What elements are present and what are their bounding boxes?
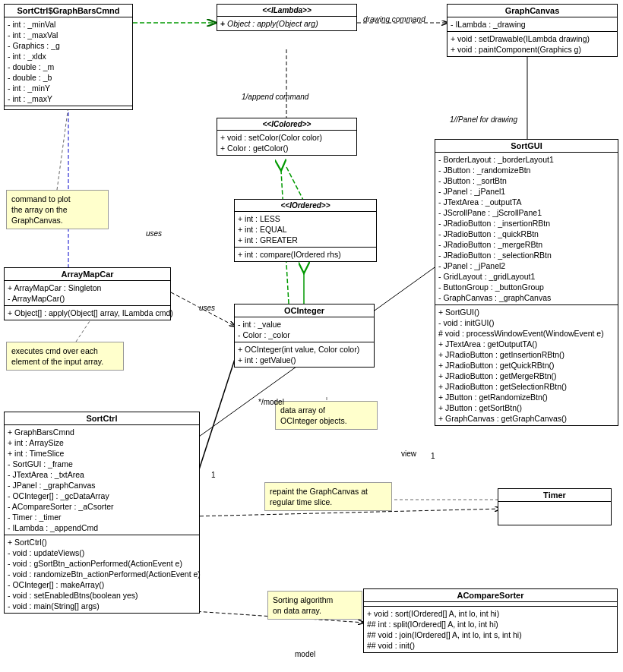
i-colored-box: <<IColored>> + void : setColor(Color col… xyxy=(217,118,357,156)
sort-gui-fields: - BorderLayout : _borderLayout1 - JButto… xyxy=(435,153,618,305)
sort-ctrl-graph-bars-cmd-fields: - int : _minVal - int : _maxVal - Graphi… xyxy=(5,17,132,106)
i-lambda-stereotype: <<ILambda>> xyxy=(217,5,356,17)
oc-integer-fields: - int : _value - Color : _color xyxy=(235,317,374,342)
i-lambda-methods: + Object : apply(Object arg) xyxy=(217,17,356,30)
sort-ctrl-graph-bars-cmd-methods xyxy=(5,106,132,109)
sort-ctrl-methods: + SortCtrl() - void : updateViews() - vo… xyxy=(5,535,199,613)
sort-ctrl-graph-bars-cmd-title: SortCtrl$GraphBarsCmnd xyxy=(5,5,132,17)
a-compare-sorter-methods: + void : sort(IOrdered[] A, int lo, int … xyxy=(364,607,617,652)
sort-gui-box: SortGUI - BorderLayout : _borderLayout1 … xyxy=(435,139,618,426)
sort-ctrl-fields: + GraphBarsCmnd + int : ArraySize + int … xyxy=(5,425,199,535)
drawing-command-label: drawing command xyxy=(363,15,425,24)
timer-title: Timer xyxy=(498,489,611,502)
oc-integer-box: OCInteger - int : _value - Color : _colo… xyxy=(234,304,375,368)
sort-gui-methods: + SortGUI() - void : initGUI() # void : … xyxy=(435,305,618,425)
i-lambda-box: <<ILambda>> + Object : apply(Object arg) xyxy=(217,4,357,31)
uses-label-1: uses xyxy=(146,229,162,238)
a-compare-sorter-title: ACompareSorter xyxy=(364,589,617,602)
view-label: view xyxy=(401,450,416,458)
note-executes-cmd: executes cmd over each element of the in… xyxy=(6,342,124,371)
note-command-to-plot: command to plot the array on the GraphCa… xyxy=(6,190,109,229)
model-label-2: model xyxy=(295,650,315,658)
multiplicity-1a: 1 xyxy=(211,471,216,479)
sort-gui-title: SortGUI xyxy=(435,140,618,153)
graph-canvas-box: GraphCanvas - ILambda : _drawing + void … xyxy=(447,4,618,57)
sort-ctrl-box: SortCtrl + GraphBarsCmnd + int : ArraySi… xyxy=(4,412,200,614)
i-colored-stereotype: <<IColored>> xyxy=(217,118,356,131)
graph-canvas-fields: - ILambda : _drawing xyxy=(447,17,617,32)
oc-integer-title: OCInteger xyxy=(235,304,374,317)
timer-box: Timer xyxy=(498,488,612,525)
append-command-label: 1/append command xyxy=(242,93,308,101)
i-ordered-box: <<IOrdered>> + int : LESS + int : EQUAL … xyxy=(234,199,377,262)
array-map-car-box: ArrayMapCar + ArrayMapCar : Singleton - … xyxy=(4,267,171,320)
note-data-array: data array of OCInteger objects. xyxy=(275,401,378,430)
graph-canvas-title: GraphCanvas xyxy=(447,5,617,17)
diagram-container: SortCtrl$GraphBarsCmnd - int : _minVal -… xyxy=(0,0,623,672)
i-colored-methods: + void : setColor(Color color) + Color :… xyxy=(217,131,356,155)
note-sorting-algorithm: Sorting algorithm on data array. xyxy=(267,591,362,620)
graph-canvas-methods: + void : setDrawable(ILambda drawing) + … xyxy=(447,32,617,56)
oc-integer-methods: + OCInteger(int value, Color color) + in… xyxy=(235,342,374,367)
array-map-car-title: ArrayMapCar xyxy=(5,268,170,281)
sort-ctrl-title: SortCtrl xyxy=(5,412,199,425)
i-ordered-fields: + int : LESS + int : EQUAL + int : GREAT… xyxy=(235,212,376,248)
uses-label-2: uses xyxy=(199,304,215,312)
svg-line-13 xyxy=(194,357,236,486)
note-repaint: repaint the GraphCanvas at regular time … xyxy=(264,482,392,511)
i-ordered-stereotype: <<IOrdered>> xyxy=(235,200,376,212)
panel-for-drawing-label: 1//Panel for drawing xyxy=(450,115,517,124)
i-ordered-methods: + int : compare(IOrdered rhs) xyxy=(235,248,376,261)
a-compare-sorter-box: ACompareSorter + void : sort(IOrdered[] … xyxy=(363,588,618,653)
timer-fields xyxy=(498,502,611,525)
svg-line-6 xyxy=(286,167,304,201)
model-label-1: */model xyxy=(258,398,284,406)
array-map-car-methods: + Object[] : apply(Object[] array, ILamb… xyxy=(5,306,170,320)
svg-line-16 xyxy=(57,106,68,190)
sort-ctrl-graph-bars-cmd-box: SortCtrl$GraphBarsCmnd - int : _minVal -… xyxy=(4,4,133,110)
array-map-car-fields: + ArrayMapCar : Singleton - ArrayMapCar(… xyxy=(5,281,170,306)
svg-line-17 xyxy=(76,319,91,342)
multiplicity-1b: 1 xyxy=(431,452,435,460)
